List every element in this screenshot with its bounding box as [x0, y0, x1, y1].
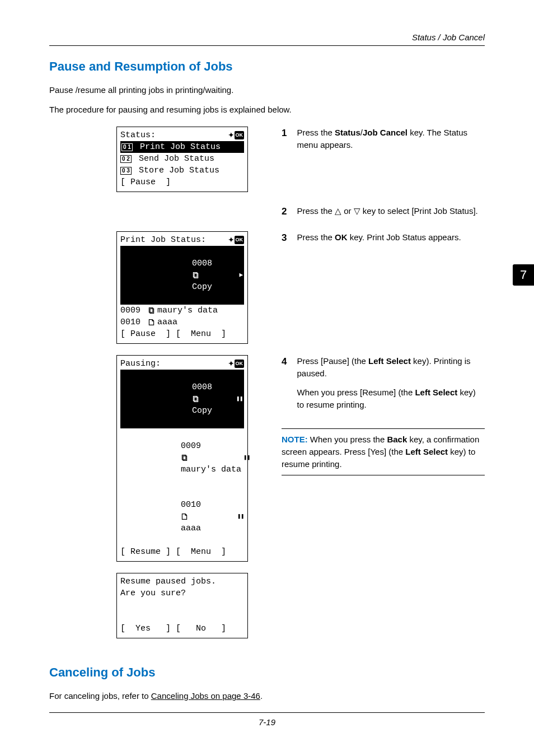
step-3: 3 Press the OK key. Print Job Status app…	[282, 231, 485, 250]
step-2: 2 Press the △ or ▽ key to select [Print …	[282, 205, 485, 224]
document-icon	[181, 513, 188, 520]
step-1: 1 Press the Status/Job Cancel key. The S…	[282, 127, 485, 158]
lcd4-line1: Resume paused jobs.	[120, 576, 216, 587]
note-label: NOTE:	[282, 435, 308, 444]
section-title-canceling: Canceling of Jobs	[49, 665, 485, 680]
lcd1-row1: Print Job Status	[135, 141, 221, 153]
page-footer: 7-19	[49, 712, 485, 727]
intro-text-1: Pause /resume all printing jobs in print…	[49, 84, 485, 96]
lcd3-footer: [ Resume ] [ Menu ]	[120, 546, 226, 558]
num-icon: 0 3	[120, 167, 132, 175]
lcd-resume-confirm: Resume paused jobs. Are you sure? [ Yes …	[116, 573, 248, 638]
step-4: 4 Press [Pause] (the Left Select key). P…	[282, 355, 485, 417]
down-triangle-icon: ▽	[354, 206, 360, 216]
page-number: 7-19	[259, 717, 275, 727]
section-title-pause-resume: Pause and Resumption of Jobs	[49, 59, 485, 74]
chapter-tab: 7	[513, 264, 534, 286]
lcd1-title: Status:	[120, 129, 156, 141]
copy-icon	[148, 307, 155, 314]
nav-ok-icon: ✦OK	[228, 130, 245, 141]
nav-ok-icon: ✦OK	[228, 235, 245, 246]
lcd-status-menu: Status: ✦OK 0 1 Print Job Status 0 2 Sen…	[116, 127, 248, 192]
lcd4-line2: Are you sure?	[120, 587, 186, 599]
header-section-title: Status / Job Cancel	[412, 32, 485, 42]
lcd-print-job-status: Print Job Status: ✦OK 0008 Copy ▶	[116, 231, 248, 344]
lcd-pausing: Pausing: ✦OK 0008 Copy ❚❚	[116, 355, 248, 562]
cross-ref-link[interactable]: Canceling Jobs on page 3-46	[151, 691, 260, 701]
document-icon	[148, 319, 155, 326]
num-icon: 0 1	[121, 143, 133, 151]
copy-icon	[192, 395, 199, 403]
intro-text-2: The procedure for pausing and resuming j…	[49, 104, 485, 115]
note-box: NOTE: When you press the Back key, a con…	[282, 428, 485, 475]
pause-icon: ❚❚	[237, 513, 244, 521]
lcd1-row3: Store Job Status	[134, 165, 219, 176]
lcd4-footer: [ Yes ] [ No ]	[120, 623, 226, 634]
nav-ok-icon: ✦OK	[228, 358, 245, 370]
canceling-text: For canceling jobs, refer to Canceling J…	[49, 690, 485, 702]
copy-icon	[181, 454, 188, 461]
copy-icon	[192, 272, 199, 279]
lcd1-footer: [ Pause ]	[120, 176, 171, 188]
lcd2-footer: [ Pause ] [ Menu ]	[120, 328, 226, 340]
num-icon: 0 2	[120, 155, 132, 163]
page-header: Status / Job Cancel	[49, 32, 485, 46]
lcd2-title: Print Job Status:	[120, 234, 206, 246]
up-triangle-icon: △	[335, 206, 341, 216]
lcd1-row2: Send Job Status	[134, 153, 214, 165]
pause-icon: ❚❚	[243, 454, 250, 462]
pause-icon: ❚❚	[236, 395, 243, 403]
progress-icon: ▶	[239, 271, 243, 279]
lcd3-title: Pausing:	[120, 358, 161, 370]
